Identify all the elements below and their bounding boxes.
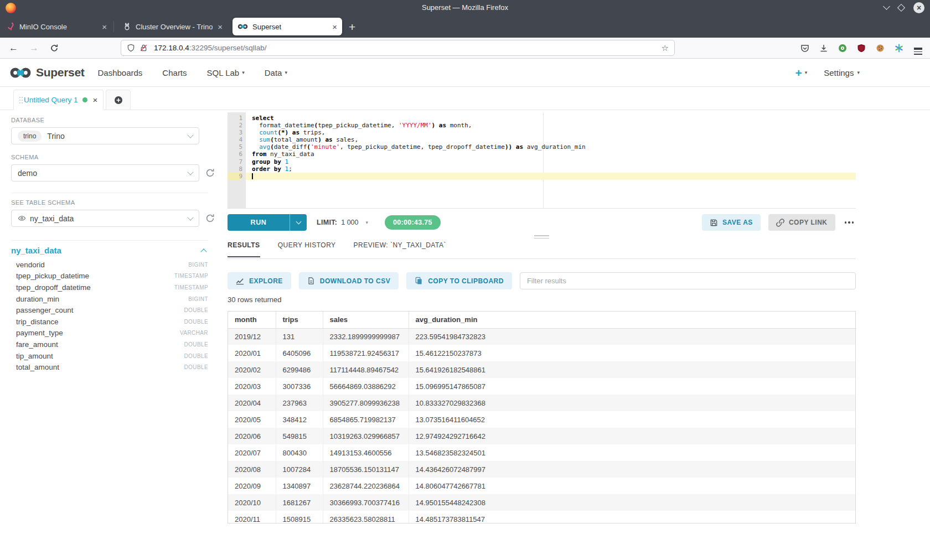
column-header[interactable]: avg_duration_min	[409, 312, 855, 328]
shield-icon[interactable]	[127, 44, 135, 52]
query-tab-active[interactable]: Untitled Query 1 ×	[13, 90, 104, 110]
schema-column-row[interactable]: tpep_pickup_datetimeTIMESTAMP	[11, 271, 208, 282]
new-item-button[interactable]: +▾	[795, 67, 807, 79]
database-select[interactable]: trino Trino	[11, 127, 199, 144]
editor-code[interactable]: select format_datetime(tpep_pickup_datet…	[246, 112, 856, 208]
pane-resize-handle[interactable]	[228, 232, 856, 241]
table-row[interactable]: 2020/03300733656664869.0388629215.096995…	[228, 378, 855, 395]
bookmark-star-icon[interactable]: ☆	[662, 43, 669, 53]
explore-button[interactable]: EXPLORE	[228, 272, 291, 289]
code-line[interactable]: sum(total_amount) as sales,	[246, 136, 856, 143]
schema-column-row[interactable]: passenger_countDOUBLE	[11, 304, 208, 316]
superset-brand[interactable]: Superset	[9, 66, 84, 79]
code-line[interactable]: format_datetime(tpep_pickup_datetime, 'Y…	[246, 122, 856, 129]
window-close-icon[interactable]: ×	[913, 2, 924, 13]
nav-item-charts[interactable]: Charts	[162, 68, 187, 77]
table-row[interactable]: 2020/0654981510319263.02996685712.974924…	[228, 428, 855, 444]
menu-hamburger-icon[interactable]	[910, 40, 926, 56]
code-line[interactable]: order by 1;	[246, 165, 856, 173]
table-row[interactable]: 2020/042379633905277.809993623810.833327…	[228, 395, 855, 411]
cookie-extension-icon[interactable]	[872, 40, 888, 56]
reload-button[interactable]	[50, 44, 59, 53]
column-header[interactable]: month	[228, 312, 276, 328]
window-maximize-icon[interactable]	[897, 4, 905, 12]
run-button[interactable]: RUN	[228, 214, 307, 231]
table-row[interactable]: 2020/09134089723628744.22023686414.80604…	[228, 478, 855, 494]
nav-item-data[interactable]: Data▾	[265, 68, 287, 77]
table-select[interactable]: ny_taxi_data	[11, 210, 199, 227]
schema-column-row[interactable]: total_amountDOUBLE	[11, 361, 208, 373]
schema-column-row[interactable]: tpep_dropoff_datetimeTIMESTAMP	[11, 282, 208, 293]
schema-column-row[interactable]: vendoridBIGINT	[11, 259, 208, 271]
code-line[interactable]: from ny_taxi_data	[246, 151, 856, 158]
table-row[interactable]: 2020/016405096119538721.9245631715.46122…	[228, 345, 855, 361]
browser-nav-toolbar: ← → 172.18.0.4:32295/superset/sqllab/ ☆	[0, 38, 930, 59]
code-line[interactable]	[246, 173, 856, 180]
url-text[interactable]: 172.18.0.4:32295/superset/sqllab/	[154, 44, 266, 52]
save-as-button[interactable]: SAVE AS	[702, 214, 761, 231]
browser-tab-trino[interactable]: Cluster Overview - Trino ×	[118, 18, 228, 35]
copy-link-button[interactable]: COPY LINK	[768, 214, 835, 231]
extension-green-icon[interactable]	[835, 40, 850, 56]
copy-clipboard-button[interactable]: COPY TO CLIPBOARD	[406, 272, 512, 289]
column-type: BIGINT	[188, 262, 208, 268]
run-options-chevron[interactable]	[290, 221, 307, 224]
table-schema-title[interactable]: ny_taxi_data	[11, 246, 61, 255]
url-bar[interactable]: 172.18.0.4:32295/superset/sqllab/ ☆	[121, 40, 675, 56]
code-line[interactable]: select	[246, 115, 856, 122]
column-header[interactable]: sales	[323, 312, 409, 328]
column-type: DOUBLE	[184, 307, 208, 313]
results-table-container[interactable]: monthtripssalesavg_duration_min 2019/121…	[228, 311, 856, 523]
schema-column-row[interactable]: trip_distanceDOUBLE	[11, 316, 208, 328]
code-line[interactable]: count(*) as trips,	[246, 129, 856, 136]
table-row[interactable]: 2020/08100728418705536.15013114714.43642…	[228, 461, 855, 478]
tab-preview-table[interactable]: PREVIEW: `NY_TAXI_DATA`	[354, 241, 446, 256]
browser-tab-superset[interactable]: Superset ×	[232, 18, 342, 35]
tab-query-history[interactable]: QUERY HISTORY	[278, 241, 336, 256]
nav-item-sqllab[interactable]: SQL Lab▾	[207, 68, 245, 77]
column-header[interactable]: trips	[276, 312, 323, 328]
asterisk-extension-icon[interactable]	[891, 40, 907, 56]
table-row[interactable]: 2020/11150891526335623.5802881114.485173…	[228, 511, 855, 523]
rows-returned-text: 30 rows returned	[228, 295, 856, 304]
new-query-tab-button[interactable]	[106, 90, 131, 110]
new-tab-button[interactable]: +	[349, 21, 355, 33]
table-row[interactable]: 2020/10168126730366993.70037741614.95015…	[228, 494, 855, 511]
refresh-schemas-icon[interactable]	[205, 168, 215, 178]
ublock-shield-icon[interactable]	[854, 40, 869, 56]
filter-results-input[interactable]	[520, 272, 856, 289]
browser-tab-minio[interactable]: MinIO Console ×	[2, 18, 112, 35]
code-line[interactable]: group by 1	[246, 158, 856, 165]
schema-column-row[interactable]: duration_minBIGINT	[11, 293, 208, 305]
query-tab-close-icon[interactable]: ×	[93, 96, 98, 104]
tab-close-icon[interactable]: ×	[102, 23, 107, 31]
settings-menu[interactable]: Settings▾	[824, 68, 860, 77]
back-button[interactable]: ←	[9, 43, 18, 54]
tab-close-icon[interactable]: ×	[332, 23, 337, 31]
insecure-lock-icon[interactable]	[140, 44, 148, 52]
schema-column-row[interactable]: fare_amountDOUBLE	[11, 339, 208, 350]
table-cell: 6854865.719982137	[323, 411, 409, 428]
schema-column-row[interactable]: payment_typeVARCHAR	[11, 328, 208, 339]
nav-item-dashboards[interactable]: Dashboards	[97, 68, 142, 77]
code-line[interactable]: avg(date_diff('minute', tpep_pickup_date…	[246, 143, 856, 151]
table-row[interactable]: 2019/121312332.1899999999987223.59541984…	[228, 328, 855, 345]
table-row[interactable]: 2020/026299486117114448.8946754215.64192…	[228, 361, 855, 378]
forward-button[interactable]: →	[29, 43, 39, 54]
table-row[interactable]: 2020/0780043014913153.460055613.54682358…	[228, 444, 855, 461]
pocket-icon[interactable]	[797, 40, 813, 56]
downloads-icon[interactable]	[816, 40, 831, 56]
limit-dropdown[interactable]: LIMIT: 1 000 ▾	[317, 219, 368, 226]
window-minimize-icon[interactable]	[883, 3, 890, 10]
tab-close-icon[interactable]: ×	[218, 23, 223, 31]
tab-results[interactable]: RESULTS	[228, 241, 260, 257]
schema-select[interactable]: demo	[11, 164, 199, 182]
chevron-up-icon[interactable]	[200, 248, 206, 255]
download-csv-button[interactable]: DOWNLOAD TO CSV	[299, 272, 399, 289]
refresh-tables-icon[interactable]	[205, 214, 215, 223]
sql-editor[interactable]: 123456789 select format_datetime(tpep_pi…	[228, 112, 856, 209]
table-row[interactable]: 2020/053484126854865.71998213713.0735164…	[228, 411, 855, 428]
schema-column-row[interactable]: tip_amountDOUBLE	[11, 350, 208, 362]
more-options-icon[interactable]	[843, 218, 856, 227]
table-cell: 14.806047742667781	[409, 478, 855, 494]
